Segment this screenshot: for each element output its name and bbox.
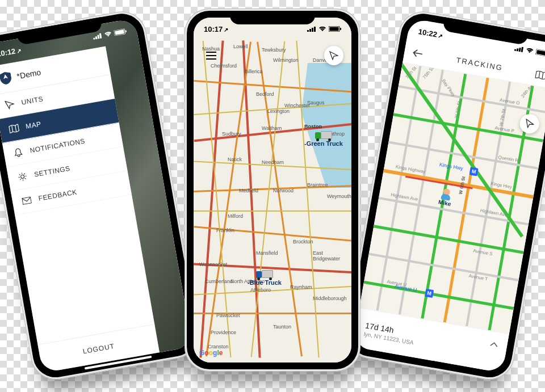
street-label: Avenue S [473,248,493,256]
signal-icon [514,45,524,53]
gear-icon [16,171,28,183]
city-label: Sudbury [222,131,241,137]
svg-rect-19 [514,49,516,51]
city-label: Bedford [256,91,274,97]
subway-badge: M [469,167,479,176]
wifi-icon [318,26,326,32]
city-label: Braintree [307,182,328,188]
subway-label: Kings Hwy [439,162,464,171]
city-label: Mansfield [256,250,278,256]
city-label: Lowell [233,44,248,49]
shield-icon [0,71,12,85]
city-label: Pawtucket [216,313,240,318]
battery-icon [329,26,341,32]
city-label: Needham [262,159,284,165]
subway-badge: M [425,289,434,298]
cursor-icon [524,119,535,129]
hamburger-icon [206,52,216,60]
tracking-map[interactable]: 70th St 75th St Bay Pkwy W 5th St W 6th … [359,63,545,334]
svg-rect-14 [330,27,339,31]
status-icons [307,26,341,32]
svg-point-7 [20,175,24,179]
menu-button[interactable] [202,46,221,65]
street-label: W 7th St [498,108,506,127]
menu-item-label: SETTINGS [33,165,70,179]
locate-button[interactable] [324,46,343,65]
bell-icon [12,147,24,159]
street-label: W 5th St [454,100,462,119]
city-label: Woonsocket [199,262,227,267]
city-label: Winchester [284,103,310,108]
home-indicator[interactable] [238,364,307,366]
city-label: Tewksbury [262,47,286,53]
back-button[interactable] [412,48,423,58]
city-label: Boston [304,124,322,129]
unit-label: -Green Truck [304,140,343,147]
menu-item-label: UNITS [21,95,44,106]
svg-rect-10 [309,29,311,32]
cursor-icon [4,99,16,111]
city-label: Raynham [290,284,312,290]
svg-rect-22 [521,47,524,52]
city-label: Franklin [216,227,234,233]
svg-rect-24 [536,50,545,56]
menu-item-label: FEEDBACK [38,188,78,203]
unit-green-truck[interactable]: -Green Truck [304,131,343,147]
city-label: Weymouth [327,193,351,199]
wifi-icon [104,31,113,37]
city-label: East Bridgewater [313,250,351,262]
svg-rect-3 [99,33,102,39]
city-label: Attleboro [250,287,271,293]
svg-rect-9 [307,30,309,32]
map-canvas[interactable]: Lowell Tewksbury Wilmington Danvers Chel… [194,18,351,363]
battery-icon [535,49,545,57]
svg-rect-20 [517,48,519,51]
google-attribution: Google [199,349,223,357]
mail-icon [21,195,33,206]
svg-rect-6 [125,30,127,32]
subway-label: Avenue U [395,283,418,293]
city-label: Milford [228,213,243,219]
status-time: 10:12↗ [0,45,22,58]
battery-icon [114,28,127,36]
city-label: Providence [211,330,236,335]
menu-item-label: NOTIFICATIONS [30,137,86,154]
city-label: Billerica [245,69,263,74]
svg-rect-1 [95,36,98,39]
svg-rect-11 [312,28,313,32]
unit-label: -Blue Truck [248,279,282,286]
status-time: 10:17↗ [204,25,228,33]
map-icon [535,70,545,79]
svg-rect-5 [115,29,124,35]
city-label: Medfield [239,188,258,193]
tracking-mode-button[interactable] [535,70,545,79]
locate-button[interactable] [518,112,540,134]
notch [230,11,315,24]
wifi-icon [525,47,534,54]
city-label: Natick [228,157,242,162]
city-label: Brockton [293,239,313,245]
status-icons [514,45,545,57]
menu-item-label: MAP [25,120,42,130]
account-name: *Demo [16,68,41,81]
city-label: Cumberland [205,279,233,284]
phone-tracking: 10:22↗ TRACKING [342,7,545,383]
svg-rect-0 [93,38,95,40]
city-label: Taunton [273,324,291,330]
svg-rect-12 [314,27,316,32]
signal-icon [307,26,316,32]
svg-rect-2 [97,35,99,39]
city-label: Middleborough [313,296,347,301]
cursor-icon [329,51,338,60]
street-label: 75th St [422,66,435,80]
signal-icon [93,32,102,40]
city-label: Lexington [267,108,290,114]
city-label: Waltham [262,125,282,131]
status-time: 10:22↗ [418,27,443,39]
city-label: Norwood [273,188,294,193]
unit-mike[interactable]: Mike [438,188,453,207]
svg-rect-15 [340,28,341,30]
unit-blue-truck[interactable]: -Blue Truck [248,270,282,286]
city-label: Wilmington [273,57,299,63]
phone-menu: 10:12↗ *Demo [0,7,203,383]
